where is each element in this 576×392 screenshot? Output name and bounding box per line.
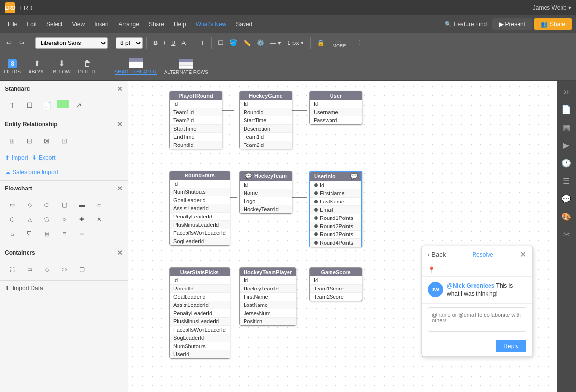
underline-button[interactable]: U — [169, 38, 178, 48]
cont-diamond[interactable]: ◇ — [40, 263, 54, 275]
note-icon[interactable]: 📄 — [40, 100, 54, 111]
strikethrough-button[interactable]: T — [199, 38, 207, 48]
import-button[interactable]: ⬆ Import — [5, 154, 28, 161]
hockey-team-table[interactable]: 💬 HockeyTeam Id Name Logo HockeyTeamId — [239, 171, 292, 214]
line-color-button[interactable]: ✏️ — [241, 38, 253, 48]
fc-tri[interactable]: △ — [22, 214, 37, 225]
fc-circ[interactable]: ○ — [57, 214, 72, 225]
tools-icon[interactable]: ✂ — [561, 228, 572, 242]
fc-rect[interactable]: ▭ — [5, 199, 19, 211]
line-width-button[interactable]: 1 px ▾ — [285, 38, 306, 48]
game-score-table[interactable]: GameScore Id Team1Score Team2Score — [309, 267, 362, 301]
menu-select[interactable]: Select — [43, 19, 66, 29]
layers-icon[interactable]: ☰ — [561, 174, 572, 188]
user-info-table[interactable]: UserInfo 💬 Id FirstName LastName Email R… — [309, 171, 362, 247]
menu-file[interactable]: File — [4, 19, 21, 29]
font-select[interactable]: Liberation Sans — [35, 37, 108, 49]
fields-tool[interactable]: 8 FIELDS — [4, 59, 21, 74]
user-stats-picks-table[interactable]: UserStatsPicks Id RoundId GoalLeaderId A… — [169, 267, 230, 359]
menu-whats-new[interactable]: What's New — [192, 19, 230, 29]
fc-hex[interactable]: ⬡ — [5, 214, 19, 225]
cont-horiz[interactable]: ▭ — [22, 263, 37, 275]
feature-find-button[interactable]: 🔍 Feature Find — [441, 19, 490, 29]
menu-help[interactable]: Help — [170, 19, 190, 29]
containers-close-icon[interactable]: ✕ — [117, 249, 123, 257]
fc-rounded[interactable]: ▢ — [57, 199, 72, 211]
comment-back-button[interactable]: ‹ Back — [428, 251, 446, 258]
present-button[interactable]: ▶ Present — [492, 18, 532, 30]
font-color-button[interactable]: A — [179, 38, 188, 48]
share-button[interactable]: 👥 Share — [534, 18, 572, 30]
flowchart-close-icon[interactable]: ✕ — [117, 185, 123, 192]
er-table-2[interactable]: ⊟ — [22, 135, 37, 146]
fullscreen-button[interactable]: ⛶ — [351, 38, 362, 48]
fc-pent[interactable]: ⬠ — [40, 214, 54, 225]
fc-lines2[interactable]: ⊨ — [74, 228, 89, 240]
arrow-icon[interactable]: ↗ — [72, 100, 86, 111]
bold-button[interactable]: B — [151, 38, 160, 48]
flowchart-header[interactable]: Flowchart ✕ — [0, 181, 128, 196]
playoff-round-table[interactable]: PlayoffRound Id Team1Id Team2Id StartTim… — [169, 91, 222, 149]
er-table-1[interactable]: ⊞ — [5, 135, 19, 146]
below-tool[interactable]: ⬇ BELOW — [53, 59, 70, 74]
menu-view[interactable]: View — [68, 19, 88, 29]
font-size-select[interactable]: 8 pt — [116, 37, 143, 49]
containers-header[interactable]: Containers ✕ — [0, 245, 128, 261]
fc-rect2[interactable]: ▬ — [74, 199, 89, 211]
undo-button[interactable]: ↩ — [4, 38, 14, 48]
fc-diamond[interactable]: ◇ — [22, 199, 37, 211]
fc-db[interactable]: ⌸ — [40, 228, 54, 240]
shaded-header-tool[interactable]: SHADED HEADER — [115, 58, 157, 75]
export-button[interactable]: ⬇ Export — [32, 154, 56, 161]
er-table-3[interactable]: ⊠ — [40, 135, 54, 146]
standard-section-header[interactable]: Standard ✕ — [0, 81, 128, 97]
collapse-right-icon[interactable]: ›› — [562, 85, 572, 99]
menu-share[interactable]: Share — [145, 19, 168, 29]
canvas[interactable]: PlayoffRound Id Team1Id Team2Id StartTim… — [128, 81, 557, 392]
connection-style-button[interactable]: ⚙️ — [254, 38, 267, 48]
play-icon[interactable]: ▶ — [561, 138, 572, 152]
fc-x[interactable]: ✕ — [92, 214, 106, 225]
fc-para[interactable]: ▱ — [92, 199, 106, 211]
import-data-button[interactable]: ⬆ Import Data — [0, 280, 128, 295]
text-icon[interactable]: T — [5, 100, 19, 111]
standard-close-icon[interactable]: ✕ — [117, 85, 123, 93]
reply-button[interactable]: Reply — [496, 340, 526, 352]
comment-close-button[interactable]: ✕ — [520, 250, 526, 259]
hockey-team-player-table[interactable]: HockeyTeamPlayer Id HockeyTeamId FirstNa… — [239, 267, 296, 326]
entity-rel-header[interactable]: Entity Relationship ✕ — [0, 116, 128, 132]
alternate-rows-tool[interactable]: ALTERNATE ROWS — [164, 59, 208, 75]
italic-button[interactable]: I — [161, 38, 168, 48]
fc-shield[interactable]: ⛉ — [22, 228, 37, 240]
lock-button[interactable]: 🔒 — [315, 38, 327, 48]
round-stats-table[interactable]: RoundStats Id NumShutouts GoalLeaderId A… — [169, 171, 230, 246]
line-style-button[interactable]: — ▾ — [268, 38, 284, 48]
menu-insert[interactable]: Insert — [90, 19, 113, 29]
fc-cross[interactable]: ✚ — [74, 214, 89, 225]
clock-icon[interactable]: 🕐 — [559, 156, 574, 170]
align-left-button[interactable]: ≡ — [189, 38, 198, 48]
shape-border-button[interactable]: ☐ — [216, 38, 226, 48]
cont-oval[interactable]: ⬭ — [57, 263, 72, 275]
menu-edit[interactable]: Edit — [23, 19, 41, 29]
format-icon[interactable]: 🎨 — [559, 210, 574, 224]
comment-resolve-button[interactable]: Resolve — [472, 251, 493, 258]
delete-tool[interactable]: 🗑 DELETE — [78, 59, 97, 74]
user-table[interactable]: User Id Username Password — [309, 91, 362, 125]
more-button[interactable]: ··· MORE — [330, 36, 348, 50]
comment-icon[interactable]: 💬 — [559, 192, 574, 206]
menu-arrange[interactable]: Arrange — [115, 19, 143, 29]
entity-rel-close-icon[interactable]: ✕ — [117, 120, 123, 128]
table-icon[interactable]: ▦ — [561, 120, 573, 134]
pages-icon[interactable]: 📄 — [559, 102, 574, 116]
fc-pill[interactable]: ⬭ — [40, 199, 54, 211]
hockey-game-table[interactable]: HockeyGame Id RoundId StartTime Descript… — [239, 91, 292, 149]
above-tool[interactable]: ⬆ ABOVE — [29, 59, 45, 74]
salesforce-import-button[interactable]: ☁ Salesforce Import — [5, 169, 58, 175]
fc-lines1[interactable]: ≡ — [57, 228, 72, 240]
user-name[interactable]: James Webb ▾ — [533, 4, 571, 11]
comment-input-area[interactable] — [422, 303, 532, 337]
cont-vert[interactable]: ⬚ — [5, 263, 19, 275]
fill-color-button[interactable]: 🪣 — [227, 38, 240, 48]
comment-input[interactable] — [428, 307, 526, 332]
